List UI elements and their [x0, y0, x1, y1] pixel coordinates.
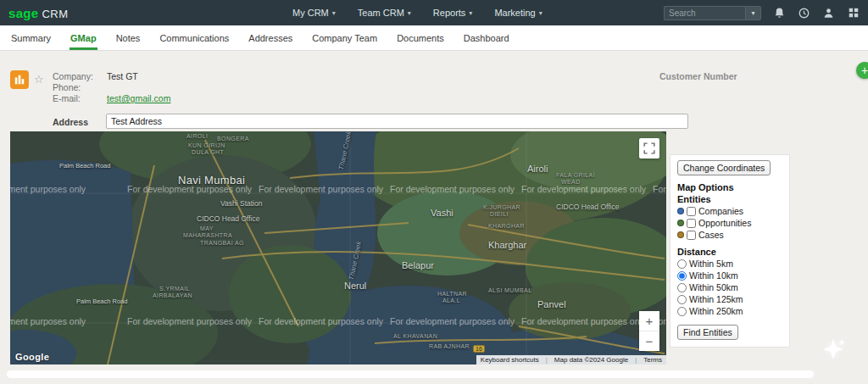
distance-label: Within 10km — [689, 270, 738, 281]
change-coordinates-button[interactable]: Change Coordinates — [677, 160, 771, 175]
zoom-in-button[interactable]: + — [639, 311, 659, 331]
distance-label: Within 250km — [689, 306, 743, 316]
search-dropdown-button[interactable]: ▾ — [745, 6, 761, 20]
address-input[interactable] — [106, 114, 688, 129]
distance-label: Within 5km — [689, 259, 733, 269]
tab-notes[interactable]: Notes — [115, 27, 142, 50]
nav-item-label: Reports — [433, 8, 466, 18]
customer-number-label: Customer Number — [659, 71, 737, 81]
nav-item-label: Marketing — [494, 8, 535, 18]
distance-label: Within 50km — [689, 282, 738, 292]
search-input[interactable] — [664, 6, 745, 20]
map-zoom-control: + − — [639, 311, 659, 351]
distance-radio-within-125km[interactable] — [677, 295, 687, 304]
attribution-divider: | — [546, 356, 548, 364]
tab-bar: SummaryGMapNotesCommunicationsAddressesC… — [0, 25, 868, 51]
entity-color-dot — [677, 208, 684, 214]
map-terrain-art — [10, 131, 666, 365]
company-field-row: Company:Test GT — [53, 71, 170, 82]
google-logo[interactable]: Google — [15, 352, 49, 362]
tab-addresses[interactable]: Addresses — [248, 27, 293, 50]
tab-communications[interactable]: Communications — [159, 27, 230, 50]
map-options-heading: Map Options — [677, 182, 782, 192]
history-clock-icon[interactable] — [798, 7, 810, 19]
nav-item-label: Team CRM — [358, 8, 404, 18]
new-entity-add-button[interactable]: + — [856, 62, 868, 79]
distance-radio-within-250km[interactable] — [677, 307, 687, 316]
chevron-down-icon: ▾ — [408, 9, 411, 17]
email-link[interactable]: test@gmail.com — [107, 93, 170, 104]
entity-label: Cases — [698, 230, 724, 240]
user-icon[interactable] — [822, 7, 835, 19]
find-entities-button[interactable]: Find Entities — [677, 325, 738, 340]
distance-radio-within-5km[interactable] — [677, 259, 687, 269]
entity-row-opportunities[interactable]: Opportunities — [677, 218, 782, 228]
distance-radio-within-50km[interactable] — [677, 283, 687, 292]
chevron-down-icon: ▾ — [539, 9, 542, 17]
entity-row-cases[interactable]: Cases — [677, 230, 782, 240]
entity-label: Opportunities — [698, 218, 751, 228]
nav-item-marketing[interactable]: Marketing▾ — [494, 8, 542, 18]
map-canvas[interactable]: 16 + − Google Keyboard shortcuts | Map d… — [10, 131, 666, 365]
nav-item-reports[interactable]: Reports▾ — [433, 8, 473, 18]
sparkle-assistant-icon[interactable] — [821, 336, 848, 363]
entity-color-dot — [677, 231, 684, 238]
brand-sage: sage — [8, 6, 38, 20]
company-entity-icon[interactable] — [10, 70, 29, 89]
top-bar: sage CRM My CRM▾Team CRM▾Reports▾Marketi… — [0, 0, 868, 25]
field-label: Company: — [53, 71, 107, 82]
distance-list: Within 5kmWithin 10kmWithin 50kmWithin 1… — [677, 259, 782, 316]
entity-checkbox-cases[interactable] — [687, 231, 696, 240]
entity-checkbox-companies[interactable] — [687, 207, 696, 216]
entity-color-dot — [677, 220, 684, 226]
nav-item-label: My CRM — [292, 8, 329, 18]
tab-documents[interactable]: Documents — [396, 27, 445, 50]
distance-option-within-10km[interactable]: Within 10km — [677, 270, 782, 281]
distance-label: Within 125km — [689, 294, 743, 304]
chevron-down-icon: ▾ — [469, 9, 472, 17]
favorite-star-icon[interactable]: ☆ — [34, 73, 44, 86]
company-field-row: Phone: — [53, 82, 170, 93]
map-options-panel: Change Coordinates Map Options Entities … — [670, 154, 790, 348]
field-value: Test GT — [107, 71, 138, 82]
distance-option-within-50km[interactable]: Within 50km — [677, 282, 782, 292]
tab-summary[interactable]: Summary — [10, 27, 52, 50]
top-bar-right: ▾ — [664, 6, 860, 20]
tab-gmap[interactable]: GMap — [70, 27, 97, 50]
field-label: Phone: — [53, 82, 107, 93]
distance-option-within-250km[interactable]: Within 250km — [677, 306, 782, 316]
nav-item-my-crm[interactable]: My CRM▾ — [292, 8, 336, 18]
zoom-out-button[interactable]: − — [639, 331, 659, 351]
map-data-credit: Map data ©2024 Google — [554, 356, 628, 364]
map-attribution: Keyboard shortcuts | Map data ©2024 Goog… — [476, 355, 666, 365]
map-fullscreen-button[interactable] — [639, 138, 659, 159]
primary-nav: My CRM▾Team CRM▾Reports▾Marketing▾ — [292, 8, 542, 18]
terms-link[interactable]: Terms — [643, 356, 662, 364]
entity-label: Companies — [698, 206, 743, 216]
entities-list: CompaniesOpportunitiesCases — [677, 206, 782, 240]
entity-checkbox-opportunities[interactable] — [687, 219, 696, 228]
company-fields: Company:Test GTPhone:E-mail:test@gmail.c… — [53, 71, 170, 104]
brand-logo[interactable]: sage CRM — [8, 6, 110, 20]
company-field-row: E-mail:test@gmail.com — [53, 93, 170, 104]
field-label: E-mail: — [53, 93, 107, 104]
entities-heading: Entities — [677, 194, 782, 204]
search-box: ▾ — [664, 6, 761, 20]
chevron-down-icon: ▾ — [332, 9, 336, 17]
distance-radio-within-10km[interactable] — [677, 271, 687, 281]
apps-grid-icon[interactable] — [847, 7, 860, 19]
entity-row-companies[interactable]: Companies — [677, 206, 782, 216]
distance-option-within-125km[interactable]: Within 125km — [677, 294, 782, 304]
keyboard-shortcuts-link[interactable]: Keyboard shortcuts — [481, 356, 539, 364]
attribution-divider: | — [635, 356, 637, 364]
address-label: Address — [53, 117, 88, 127]
horizontal-scrollbar[interactable] — [7, 370, 814, 378]
bell-icon[interactable] — [773, 7, 786, 19]
tab-company-team[interactable]: Company Team — [311, 27, 378, 50]
brand-crm: CRM — [42, 8, 68, 20]
tab-dashboard[interactable]: Dashboard — [463, 27, 510, 50]
sage-crm-page: sage CRM My CRM▾Team CRM▾Reports▾Marketi… — [0, 0, 868, 384]
distance-heading: Distance — [677, 247, 782, 257]
nav-item-team-crm[interactable]: Team CRM▾ — [358, 8, 411, 18]
distance-option-within-5km[interactable]: Within 5km — [677, 259, 782, 269]
